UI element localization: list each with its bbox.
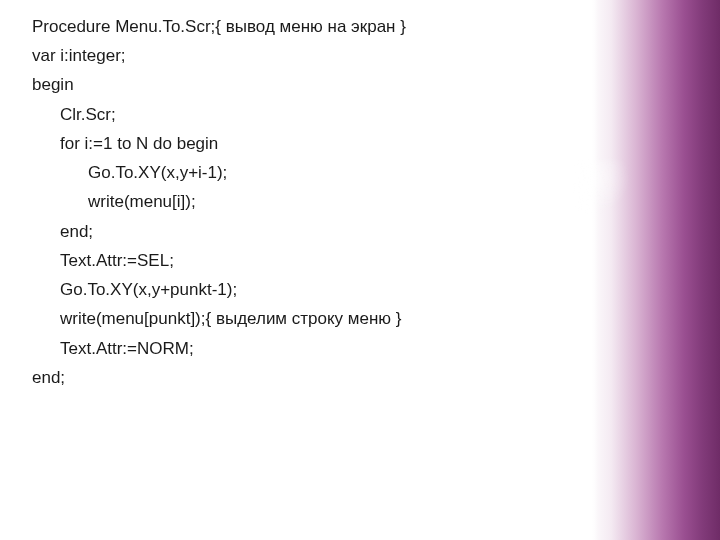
code-line: end;: [32, 368, 65, 387]
code-line: Go.To.XY(x,y+i-1);: [32, 158, 227, 187]
code-line: write(menu[i]);: [32, 187, 196, 216]
code-line: begin: [32, 75, 74, 94]
code-block: Procedure Menu.To.Scr;{ вывод меню на эк…: [32, 12, 572, 392]
code-line: write(menu[punkt]);{ выделим строку меню…: [32, 304, 402, 333]
decorative-gradient-band: [592, 0, 720, 540]
code-line: Clr.Scr;: [32, 100, 116, 129]
code-line: Procedure Menu.To.Scr;{ вывод меню на эк…: [32, 17, 406, 36]
code-line: Text.Attr:=NORM;: [32, 334, 194, 363]
code-line: var i:integer;: [32, 46, 126, 65]
slide: Procedure Menu.To.Scr;{ вывод меню на эк…: [0, 0, 720, 540]
code-line: end;: [32, 217, 93, 246]
code-line: for i:=1 to N do begin: [32, 129, 218, 158]
code-line: Text.Attr:=SEL;: [32, 246, 174, 275]
code-line: Go.To.XY(x,y+punkt-1);: [32, 275, 237, 304]
